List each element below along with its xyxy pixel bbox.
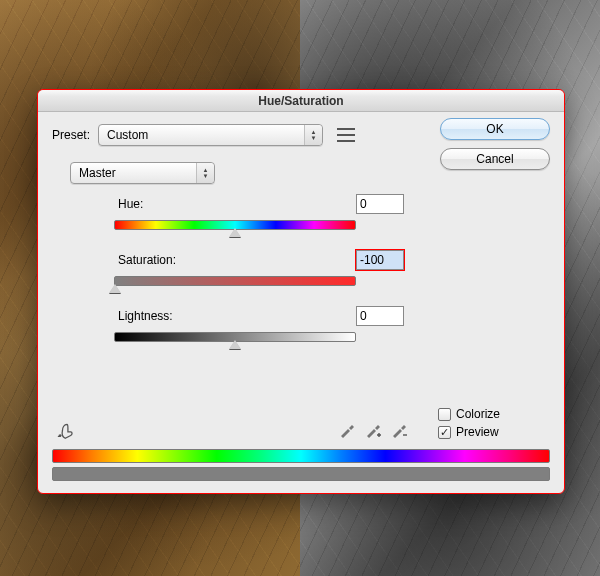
preview-checkbox[interactable]: ✓ Preview — [438, 425, 550, 439]
lightness-slider[interactable] — [114, 332, 356, 342]
dialog-title: Hue/Saturation — [38, 90, 564, 112]
lightness-slider-knob[interactable] — [229, 340, 241, 350]
edit-value: Master — [71, 166, 196, 180]
color-range-bars — [52, 449, 550, 481]
hue-slider[interactable] — [114, 220, 356, 230]
eyedropper-plus-icon[interactable] — [364, 421, 382, 439]
saturation-group: Saturation: -100 — [66, 250, 404, 286]
preset-label: Preset: — [52, 128, 90, 142]
checkbox-checked-icon: ✓ — [438, 426, 451, 439]
preset-menu-icon[interactable] — [337, 128, 355, 142]
ok-button-label: OK — [486, 122, 503, 136]
output-spectrum — [52, 467, 550, 481]
chevron-updown-icon: ▲▼ — [304, 125, 322, 145]
edit-dropdown[interactable]: Master ▲▼ — [70, 162, 215, 184]
colorize-checkbox[interactable]: Colorize — [438, 407, 550, 421]
eyedropper-icon[interactable] — [338, 421, 356, 439]
checkbox-icon — [438, 408, 451, 421]
eyedropper-minus-icon[interactable] — [390, 421, 408, 439]
targeted-adjustment-icon[interactable] — [56, 419, 78, 441]
ok-button[interactable]: OK — [440, 118, 550, 140]
lightness-group: Lightness: 0 — [66, 306, 404, 342]
hue-slider-knob[interactable] — [229, 228, 241, 238]
preset-dropdown[interactable]: Custom ▲▼ — [98, 124, 323, 146]
hue-input[interactable]: 0 — [356, 194, 404, 214]
hue-group: Hue: 0 — [66, 194, 404, 230]
saturation-slider-knob[interactable] — [109, 284, 121, 294]
cancel-button[interactable]: Cancel — [440, 148, 550, 170]
lightness-label: Lightness: — [66, 309, 206, 323]
input-spectrum — [52, 449, 550, 463]
chevron-updown-icon: ▲▼ — [196, 163, 214, 183]
saturation-label: Saturation: — [66, 253, 206, 267]
preview-label: Preview — [456, 425, 499, 439]
background-texture: Hue/Saturation Preset: Custom ▲▼ OK — [0, 0, 600, 576]
hue-label: Hue: — [66, 197, 206, 211]
hue-saturation-dialog: Hue/Saturation Preset: Custom ▲▼ OK — [37, 89, 565, 494]
cancel-button-label: Cancel — [476, 152, 513, 166]
lightness-input[interactable]: 0 — [356, 306, 404, 326]
colorize-label: Colorize — [456, 407, 500, 421]
saturation-input[interactable]: -100 — [356, 250, 404, 270]
preset-value: Custom — [99, 128, 304, 142]
saturation-slider[interactable] — [114, 276, 356, 286]
